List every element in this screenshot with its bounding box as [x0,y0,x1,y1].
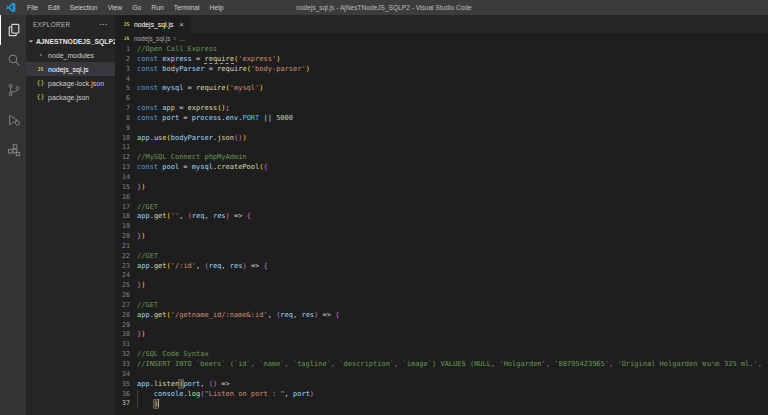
code-line-34[interactable]: 34 [115,370,768,380]
line-content[interactable]: //SQL Code Syntax [137,350,209,360]
line-number: 28 [115,311,137,321]
code-line-8[interactable]: 8const port = process.env.PORT || 5000 [115,114,768,124]
code-line-19[interactable]: 19 [115,222,768,232]
code-line-16[interactable]: 16 [115,193,768,203]
line-content[interactable]: }) [137,330,145,340]
line-number: 29 [115,321,137,331]
sidebar-item-node-modules[interactable]: ›node_modules [26,48,115,62]
code-line-20[interactable]: 20}) [115,232,768,242]
code-line-36[interactable]: 36 console.log("Listen on port : ", port… [115,390,768,400]
code-line-5[interactable]: 5const mysql = require('mysql') [115,84,768,94]
line-content[interactable]: const bodyParser = require('body-parser'… [137,65,310,75]
line-content[interactable]: }) [137,232,145,242]
breadcrumb[interactable]: JS nodejs_sql.js › … [115,33,768,44]
line-content[interactable]: app.get('', (req, res) => { [137,212,251,222]
code-line-15[interactable]: 15}) [115,183,768,193]
js-file-icon: JS [122,36,131,41]
line-number: 10 [115,134,137,144]
code-line-24[interactable]: 24 [115,271,768,281]
code-line-27[interactable]: 27//GET [115,301,768,311]
line-number: 4 [115,75,137,85]
menu-selection[interactable]: Selection [65,4,103,11]
code-line-23[interactable]: 23app.get('/:id', (req, res) => { [115,262,768,272]
code-line-9[interactable]: 9 [115,124,768,134]
source-control-icon[interactable] [0,75,26,105]
code-line-31[interactable]: 31 [115,340,768,350]
tab-close-icon[interactable]: × [179,20,184,29]
code-line-33[interactable]: 33//INSERT INTO `beers` (`id`, `name`, `… [115,360,768,370]
menu-go[interactable]: Go [127,4,146,11]
json-file-icon: {} [36,93,45,101]
menu-edit[interactable]: Edit [43,4,65,11]
code-line-7[interactable]: 7const app = express(); [115,104,768,114]
tab-label: nodejs_sql.js [134,21,173,28]
run-debug-icon[interactable] [0,105,26,135]
line-content[interactable]: //INSERT INTO `beers` (`id`, `name`, `ta… [137,360,768,370]
code-line-18[interactable]: 18app.get('', (req, res) => { [115,212,768,222]
code-line-3[interactable]: 3const bodyParser = require('body-parser… [115,65,768,75]
code-line-25[interactable]: 25}) [115,281,768,291]
line-content[interactable]: app.get('/getname_id/:name&:id', (req, r… [137,311,339,321]
menu-file[interactable]: File [22,4,43,11]
sidebar-item-nodejs-sql-js[interactable]: JSnodejs_sql.js [26,62,115,76]
menu-run[interactable]: Run [146,4,168,11]
menu-view[interactable]: View [103,4,128,11]
line-content[interactable]: //MySQL Connect phpMyAdmin [137,153,247,163]
line-content[interactable]: ) [137,399,159,409]
code-line-21[interactable]: 21 [115,242,768,252]
code-line-12[interactable]: 12//MySQL Connect phpMyAdmin [115,153,768,163]
code-line-11[interactable]: 11 [115,143,768,153]
line-number: 26 [115,291,137,301]
line-content[interactable]: //Open Call Express [137,45,217,55]
file-label: nodejs_sql.js [48,66,88,73]
line-content[interactable]: }) [137,183,145,193]
code-line-1[interactable]: 1//Open Call Express [115,45,768,55]
sidebar-item-package-json[interactable]: {}package.json [26,90,115,104]
line-number: 21 [115,242,137,252]
line-content[interactable]: app.get('/:id', (req, res) => { [137,262,268,272]
code-line-2[interactable]: 2const express = require('express') [115,55,768,65]
search-icon[interactable] [0,45,26,75]
breadcrumb-more[interactable]: … [179,35,185,42]
code-line-35[interactable]: 35app.listen(port, () => [115,380,768,390]
line-content[interactable]: const mysql = require('mysql') [137,84,264,94]
line-content[interactable]: console.log("Listen on port : ", port) [137,390,314,400]
line-content[interactable]: app.use(bodyParser.json()) [137,134,247,144]
menu-terminal[interactable]: Terminal [169,4,205,11]
code-line-28[interactable]: 28app.get('/getname_id/:name&:id', (req,… [115,311,768,321]
line-content[interactable]: //GET [137,301,158,311]
line-number: 6 [115,94,137,104]
line-content[interactable]: const pool = mysql.createPool({ [137,163,268,173]
line-content[interactable]: app.listen(port, () => [137,380,234,390]
extensions-icon[interactable] [0,135,26,165]
line-number: 35 [115,380,137,390]
line-content[interactable]: }) [137,281,145,291]
code-line-37[interactable]: 37 ) [115,399,768,409]
explorer-more-actions-icon[interactable]: ⋯ [99,20,108,29]
code-line-14[interactable]: 14 [115,173,768,183]
line-content[interactable]: const port = process.env.PORT || 5000 [137,114,293,124]
code-editor[interactable]: 1//Open Call Express2const express = req… [115,44,768,415]
code-line-10[interactable]: 10app.use(bodyParser.json()) [115,134,768,144]
line-content[interactable]: //GET [137,252,158,262]
code-line-6[interactable]: 6 [115,94,768,104]
breadcrumb-file[interactable]: nodejs_sql.js [134,35,170,42]
code-line-17[interactable]: 17//GET [115,203,768,213]
code-line-26[interactable]: 26 [115,291,768,301]
code-line-22[interactable]: 22//GET [115,252,768,262]
code-line-29[interactable]: 29 [115,321,768,331]
tab-nodejs-sql-js[interactable]: JS nodejs_sql.js × [115,15,191,33]
code-line-30[interactable]: 30}) [115,330,768,340]
line-content[interactable]: const app = express(); [137,104,230,114]
code-line-13[interactable]: 13const pool = mysql.createPool({ [115,163,768,173]
line-content[interactable]: //GET [137,203,158,213]
code-line-4[interactable]: 4 [115,75,768,85]
line-number: 33 [115,360,137,370]
code-line-32[interactable]: 32//SQL Code Syntax [115,350,768,360]
line-content[interactable]: const express = require('express') [137,55,280,65]
line-number: 3 [115,65,137,75]
menu-help[interactable]: Help [204,4,228,11]
folder-root[interactable]: ⌄ AJNESTNODEJS_SQLP2 [26,34,115,48]
explorer-icon[interactable] [0,15,26,45]
sidebar-item-package-lock-json[interactable]: {}package-lock.json [26,76,115,90]
